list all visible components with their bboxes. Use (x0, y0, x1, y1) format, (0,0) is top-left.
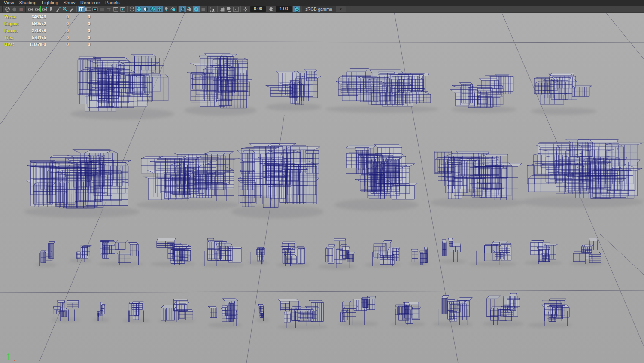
menu-show[interactable]: Show (61, 0, 78, 6)
wireframe-building-cluster[interactable] (469, 241, 516, 266)
isolate-select-icon[interactable] (219, 6, 225, 12)
shadows-icon[interactable] (170, 6, 176, 12)
grease-pencil-icon[interactable] (68, 6, 75, 12)
wireframe-building-cluster[interactable] (70, 54, 174, 119)
wireframe-on-shaded-icon[interactable] (142, 6, 149, 12)
wireframe-building-cluster[interactable] (430, 151, 523, 208)
field-chart-icon[interactable] (105, 6, 112, 12)
toolbar-separator (216, 6, 219, 12)
wireframe-building-cluster[interactable] (531, 73, 597, 115)
hud-faces-sel: 0 (46, 27, 69, 34)
lock-camera-icon[interactable] (34, 6, 41, 12)
hud-verts-label: Verts: (4, 14, 29, 21)
wireframe-building-cluster[interactable] (277, 242, 310, 268)
resolution-gate-icon[interactable] (91, 6, 98, 12)
grid-toggle-icon[interactable] (78, 6, 85, 12)
wireframe-building-cluster[interactable] (278, 299, 328, 330)
xray-mode-icon[interactable] (11, 6, 18, 12)
all-lights-icon[interactable] (163, 6, 170, 12)
highlight-selection-icon[interactable] (4, 6, 11, 12)
wireframe-building-cluster[interactable] (24, 149, 140, 217)
textured-mode-icon[interactable] (149, 6, 156, 12)
camera-attributes-icon[interactable] (41, 6, 48, 12)
wireframe-building-cluster[interactable] (256, 304, 270, 323)
wireframe-building-cluster[interactable] (364, 241, 401, 268)
hud-uvs-value: 1106480 (29, 41, 46, 48)
xray-joints-icon[interactable] (18, 6, 24, 12)
wireframe-building-cluster[interactable] (98, 240, 144, 267)
menu-view[interactable]: View (1, 0, 17, 6)
wireframe-building-cluster[interactable] (318, 239, 356, 270)
wireframe-building-cluster[interactable] (93, 302, 109, 322)
motion-blur-icon[interactable] (186, 6, 193, 12)
color-management-toggle-icon[interactable] (293, 6, 300, 12)
exposure-field[interactable]: 0.00 (250, 6, 266, 12)
object-selection-icon[interactable] (209, 6, 216, 12)
view-transform-value: sRGB gamma (302, 7, 336, 12)
ambient-occlusion-icon[interactable] (179, 6, 186, 12)
menu-lighting[interactable]: Lighting (39, 0, 61, 6)
menu-shading[interactable]: Shading (17, 0, 39, 6)
isolate-add-selected-icon[interactable] (225, 6, 232, 12)
hud-uvs-sel: 0 (46, 41, 69, 48)
view-transform-select[interactable]: sRGB gamma▼ (302, 6, 346, 12)
menu-panels[interactable]: Panels (103, 0, 122, 6)
wireframe-building-cluster[interactable] (520, 139, 644, 208)
hud-tris-sel: 0 (46, 34, 69, 41)
toolbar-separator (239, 6, 242, 12)
wireframe-building-cluster[interactable] (122, 302, 151, 323)
select-camera-icon[interactable] (27, 6, 34, 12)
gate-mask-icon[interactable] (98, 6, 105, 12)
pan-zoom-2d-icon[interactable] (61, 6, 68, 12)
wireframe-building-cluster[interactable] (483, 293, 524, 327)
chevron-down-icon[interactable]: ▼ (336, 6, 346, 12)
film-gate-icon[interactable] (85, 6, 91, 12)
wireframe-building-cluster[interactable] (247, 247, 269, 265)
panel-menubar: ViewShadingLightingShowRendererPanels (0, 0, 644, 6)
wireframe-building-cluster[interactable] (51, 300, 80, 322)
toolbar-separator (176, 6, 179, 12)
gamma-field[interactable]: 1.00 (276, 6, 292, 12)
wireframe-building-cluster[interactable] (208, 298, 242, 328)
perspective-viewport[interactable]: x Verts:34604300Edges:58957200Faces:2718… (0, 13, 644, 363)
wireframe-building-cluster[interactable] (231, 143, 324, 218)
hud-faces-comp: 0 (69, 27, 90, 34)
wireframe-building-cluster[interactable] (433, 295, 473, 327)
render-settings-icon[interactable] (200, 6, 207, 12)
wireframe-building-cluster[interactable] (569, 238, 603, 265)
hud-row-edges: Edges:58957200 (4, 21, 90, 27)
menu-renderer[interactable]: Renderer (78, 0, 103, 6)
zoom-region-icon[interactable] (232, 6, 239, 12)
wireframe-building-cluster[interactable] (150, 238, 195, 267)
anti-aliasing-icon[interactable] (193, 6, 200, 12)
wireframe-building-cluster[interactable] (36, 242, 57, 268)
image-plane-icon[interactable] (55, 6, 61, 12)
hud-uvs-label: UVs: (4, 41, 29, 48)
wireframe-building-cluster[interactable] (527, 299, 572, 328)
gamma-icon-icon[interactable] (267, 6, 274, 12)
wireframe-building-cluster[interactable] (450, 74, 516, 113)
shaded-mode-icon[interactable] (135, 6, 142, 12)
hud-verts-comp: 0 (69, 14, 90, 21)
wireframe-building-cluster[interactable] (325, 69, 439, 113)
wireframe-building-cluster[interactable] (409, 247, 429, 266)
camera-bookmarks-icon[interactable] (48, 6, 55, 12)
wireframe-building-cluster[interactable] (266, 69, 322, 111)
exposure-icon-icon[interactable] (242, 6, 249, 12)
wireframe-building-cluster[interactable] (184, 54, 256, 116)
scene-canvas[interactable]: x (0, 13, 644, 363)
hud-tris-label: Tris: (4, 34, 29, 41)
wireframe-mode-icon[interactable] (128, 6, 135, 12)
use-default-material-icon[interactable] (156, 6, 163, 12)
wireframe-building-cluster[interactable] (524, 241, 562, 265)
safe-action-icon[interactable] (112, 6, 119, 12)
wireframe-building-cluster[interactable] (158, 299, 196, 323)
wireframe-building-cluster[interactable] (69, 245, 92, 263)
wireframe-building-cluster[interactable] (334, 144, 419, 210)
wireframe-building-cluster[interactable] (338, 296, 379, 326)
wireframe-building-cluster[interactable] (390, 302, 425, 327)
wireframe-building-cluster[interactable] (201, 238, 244, 268)
wireframe-building-cluster[interactable] (440, 238, 466, 264)
safe-title-icon[interactable] (119, 6, 126, 12)
wireframe-building-cluster[interactable] (136, 152, 239, 210)
